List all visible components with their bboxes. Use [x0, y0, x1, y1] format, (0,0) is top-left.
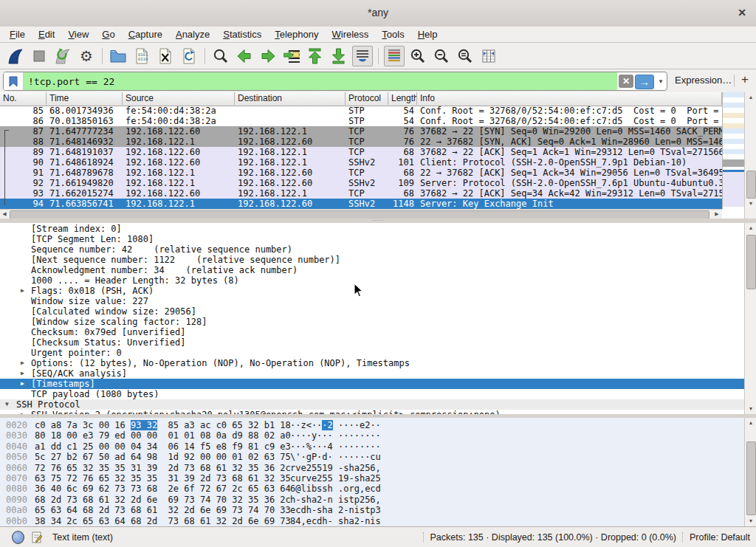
scroll-up-icon[interactable]: ▲: [745, 418, 756, 428]
expression-button[interactable]: Expression…: [675, 75, 732, 86]
hex-row-0040[interactable]: 0040a1 dd c1 25 00 00 04 34 06 14 f5 e8 …: [0, 441, 744, 452]
detail-line[interactable]: [Stream index: 0]: [0, 224, 744, 234]
detail-line[interactable]: ▶Flags: 0x018 (PSH, ACK): [0, 286, 744, 296]
packet-list-hscrollbar[interactable]: ◀ ▶: [0, 209, 722, 219]
detail-line[interactable]: Urgent pointer: 0: [0, 348, 744, 358]
zoom-original-icon[interactable]: [455, 46, 475, 66]
expert-info-icon[interactable]: [12, 531, 24, 544]
menu-wireless[interactable]: Wireless: [326, 27, 376, 41]
scroll-up-icon[interactable]: ▲: [745, 92, 756, 103]
packet-row-87[interactable]: 8771.647777234192.168.122.60192.168.122.…: [0, 126, 722, 137]
find-packet-icon[interactable]: [210, 46, 231, 66]
packet-row-85[interactable]: 8568.001734936fe:54:00:d4:38:2aSTP54Conf…: [0, 106, 722, 116]
menu-edit[interactable]: Edit: [32, 27, 61, 41]
packet-row-86[interactable]: 8670.013850163fe:54:00:d4:38:2aSTP54Conf…: [0, 116, 722, 126]
column-header-destination[interactable]: Destination: [235, 92, 346, 105]
resize-columns-icon[interactable]: [478, 46, 499, 66]
scroll-thumb[interactable]: [746, 235, 756, 289]
packet-row-92[interactable]: 9271.661949820192.168.122.1192.168.122.6…: [0, 178, 722, 188]
save-file-icon[interactable]: 01010110: [131, 46, 152, 66]
detail-line[interactable]: TCP payload (1080 bytes): [0, 389, 744, 399]
menu-view[interactable]: View: [61, 27, 95, 41]
details-vscrollbar[interactable]: ▲ ▼: [744, 223, 756, 414]
hex-row-0090[interactable]: 009068 2d 73 68 61 32 2d 6e 69 73 74 70 …: [0, 495, 744, 505]
detail-line[interactable]: ▼SSH Protocol: [0, 399, 744, 410]
detail-line[interactable]: Acknowledgment number: 34 (relative ack …: [0, 265, 744, 275]
expand-icon[interactable]: ▶: [21, 358, 24, 368]
next-packet-icon[interactable]: [258, 46, 278, 66]
column-header-no[interactable]: No.: [0, 92, 47, 105]
menu-tools[interactable]: Tools: [375, 27, 410, 41]
stop-capture-icon[interactable]: [29, 46, 49, 66]
packet-row-93[interactable]: 9371.662015274192.168.122.60192.168.122.…: [0, 188, 722, 199]
add-filter-button[interactable]: +: [741, 72, 749, 87]
detail-line[interactable]: Window size value: 227: [0, 296, 744, 306]
clear-filter-icon[interactable]: ✕: [619, 75, 633, 88]
hex-row-0080[interactable]: 008036 40 6c 69 62 73 73 68 2e 6f 72 67 …: [0, 484, 744, 494]
display-filter-input[interactable]: [24, 72, 617, 90]
packet-row-91[interactable]: 9171.648789678192.168.122.1192.168.122.6…: [0, 168, 722, 178]
scroll-down-icon[interactable]: ▼: [745, 516, 756, 526]
scroll-left-icon[interactable]: ◀: [0, 210, 9, 219]
scroll-thumb[interactable]: [746, 171, 756, 199]
packet-row-89[interactable]: 8971.648191037192.168.122.60192.168.122.…: [0, 147, 722, 157]
column-header-info[interactable]: Info: [417, 92, 722, 105]
detail-line[interactable]: ▶[SEQ/ACK analysis]: [0, 368, 744, 379]
expand-icon[interactable]: ▶: [21, 379, 24, 389]
capture-comment-icon[interactable]: [32, 531, 42, 543]
hex-row-00a0[interactable]: 00a065 63 64 68 2d 73 68 61 32 2d 6e 69 …: [0, 505, 744, 515]
hex-row-0060[interactable]: 006072 76 65 32 35 35 31 39 2d 73 68 61 …: [0, 463, 744, 473]
detail-line[interactable]: Sequence number: 42 (relative sequence n…: [0, 244, 744, 255]
menu-go[interactable]: Go: [95, 27, 121, 41]
hex-row-00b0[interactable]: 00b038 34 2c 65 63 64 68 2d 73 68 61 32 …: [0, 516, 744, 526]
bookmark-icon[interactable]: [4, 72, 24, 90]
titlebar[interactable]: *any ✕: [0, 0, 756, 27]
scroll-down-icon[interactable]: ▼: [745, 199, 756, 209]
scroll-down-icon[interactable]: ▼: [745, 404, 756, 414]
close-file-icon[interactable]: [155, 46, 176, 66]
hex-row-0020[interactable]: 0020c0 a8 7a 3c 00 16 93 32 85 a3 ac c0 …: [0, 420, 744, 430]
collapse-icon[interactable]: ▼: [5, 399, 9, 410]
hex-row-0030[interactable]: 003080 18 00 e3 79 ed 00 00 01 01 08 0a …: [0, 430, 744, 441]
menu-help[interactable]: Help: [411, 27, 444, 41]
menu-capture[interactable]: Capture: [122, 27, 169, 41]
previous-packet-icon[interactable]: [234, 46, 255, 66]
zoom-in-icon[interactable]: [408, 46, 428, 66]
detail-line[interactable]: [Calculated window size: 29056]: [0, 306, 744, 317]
close-icon[interactable]: ✕: [735, 6, 749, 19]
packet-row-90[interactable]: 9071.648618924192.168.122.60192.168.122.…: [0, 157, 722, 168]
expand-icon[interactable]: ▶: [21, 286, 24, 296]
goto-packet-icon[interactable]: [281, 46, 302, 66]
scroll-thumb[interactable]: [746, 441, 756, 515]
column-header-time[interactable]: Time: [47, 92, 123, 105]
packet-row-94[interactable]: 9471.663856741192.168.122.1192.168.122.6…: [0, 199, 722, 209]
menu-telephony[interactable]: Telephony: [268, 27, 325, 41]
menu-statistics[interactable]: Statistics: [216, 27, 268, 41]
filter-history-dropdown-icon[interactable]: ▾: [655, 72, 667, 90]
zoom-out-icon[interactable]: [431, 46, 452, 66]
profile-text[interactable]: Profile: Default: [690, 532, 750, 543]
scroll-right-icon[interactable]: ▶: [712, 210, 721, 219]
reload-file-icon[interactable]: [179, 46, 199, 66]
detail-line[interactable]: [TCP Segment Len: 1080]: [0, 234, 744, 244]
bytes-vscrollbar[interactable]: ▲ ▼: [744, 418, 756, 526]
packet-list-vscrollbar[interactable]: ▲ ▼: [744, 92, 756, 209]
column-header-source[interactable]: Source: [123, 92, 235, 105]
detail-line[interactable]: ▶[Timestamps]: [0, 379, 744, 389]
last-packet-icon[interactable]: [329, 46, 349, 66]
hex-row-0070[interactable]: 007063 75 72 76 65 32 35 35 31 39 2d 73 …: [0, 473, 744, 484]
expand-icon[interactable]: ▶: [21, 368, 24, 379]
column-header-protocol[interactable]: Protocol: [346, 92, 388, 105]
menu-file[interactable]: File: [3, 27, 32, 41]
detail-line[interactable]: ▶Options: (12 bytes), No-Operation (NOP)…: [0, 358, 744, 368]
detail-line[interactable]: [Next sequence number: 1122 (relative se…: [0, 255, 744, 265]
scroll-up-icon[interactable]: ▲: [745, 223, 756, 233]
detail-line[interactable]: [Window size scaling factor: 128]: [0, 317, 744, 327]
open-file-icon[interactable]: [108, 46, 128, 66]
detail-line[interactable]: Checksum: 0x79ed [unverified]: [0, 327, 744, 337]
colorize-icon[interactable]: [384, 46, 405, 66]
intelligent-scrollbar[interactable]: [722, 92, 745, 209]
start-capture-icon[interactable]: [5, 46, 26, 66]
first-packet-icon[interactable]: [305, 46, 326, 66]
hex-row-0050[interactable]: 00505c 27 b2 67 50 ad 64 98 1d 92 00 00 …: [0, 452, 744, 462]
